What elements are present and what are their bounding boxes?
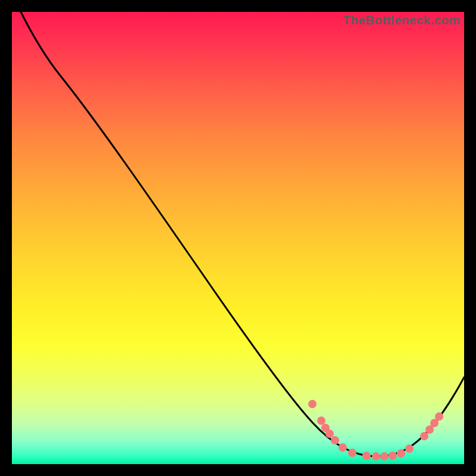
marker-group bbox=[308, 400, 443, 461]
bottleneck-curve bbox=[12, 12, 464, 464]
data-marker bbox=[372, 452, 380, 461]
chart-plot-area: TheBottleneck.com bbox=[12, 12, 464, 464]
data-marker bbox=[331, 436, 339, 444]
curve-path bbox=[21, 12, 464, 456]
data-marker bbox=[348, 449, 356, 457]
data-marker bbox=[389, 452, 397, 460]
data-marker bbox=[420, 432, 428, 440]
data-marker bbox=[325, 430, 334, 438]
data-marker bbox=[405, 444, 414, 453]
data-marker bbox=[339, 443, 347, 452]
data-marker bbox=[362, 452, 371, 460]
chart-frame: TheBottleneck.com bbox=[0, 0, 476, 476]
data-marker bbox=[308, 400, 317, 408]
data-marker bbox=[317, 416, 325, 425]
data-marker bbox=[435, 412, 443, 421]
data-marker bbox=[380, 452, 389, 461]
data-marker bbox=[397, 449, 405, 458]
